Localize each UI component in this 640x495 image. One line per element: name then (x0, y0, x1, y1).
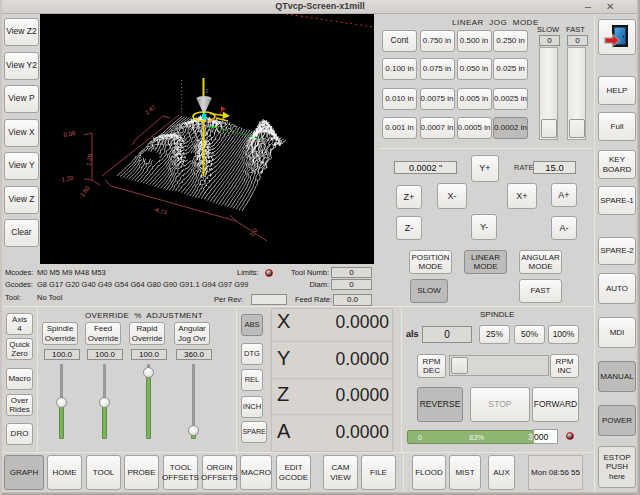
svg-text:z: z (206, 87, 209, 94)
